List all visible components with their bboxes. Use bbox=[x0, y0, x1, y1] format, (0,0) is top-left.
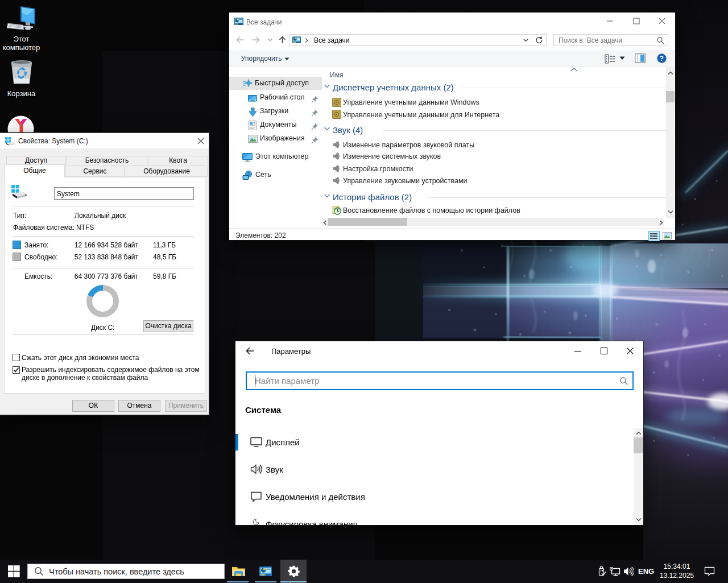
svg-text:?: ? bbox=[660, 55, 664, 63]
